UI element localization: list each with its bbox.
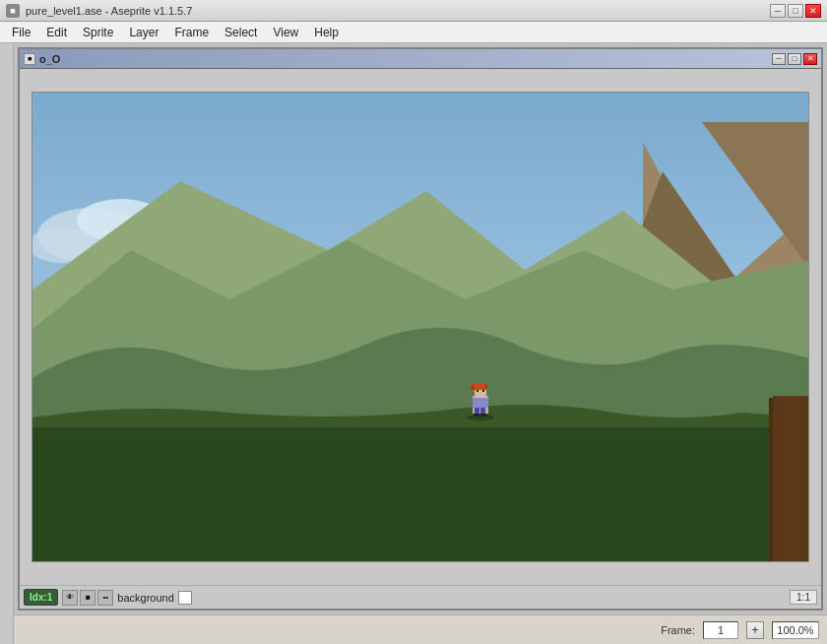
os-titlebar-left: ■ pure_level1.ase - Aseprite v1.1.5.7 <box>6 4 192 18</box>
os-window-controls[interactable]: ─ □ ✕ <box>770 4 821 18</box>
inner-titlebar: ■ o_O ─ □ ✕ <box>20 49 821 69</box>
svg-rect-17 <box>477 390 478 392</box>
svg-rect-15 <box>471 385 475 390</box>
svg-rect-21 <box>480 408 485 414</box>
svg-rect-20 <box>475 408 479 414</box>
lock-icon-button[interactable]: ■ <box>80 590 95 606</box>
inner-window-icon: ■ <box>24 53 35 65</box>
inner-window: ■ o_O ─ □ ✕ <box>18 47 823 611</box>
app-icon: ■ <box>6 4 20 18</box>
menubar: File Edit Sprite Layer Frame Select View… <box>0 22 827 43</box>
svg-rect-9 <box>32 418 809 562</box>
inner-minimize-button[interactable]: ─ <box>772 53 786 65</box>
app-title: pure_level1.ase - Aseprite v1.1.5.7 <box>26 5 192 17</box>
idx-badge: Idx:1 <box>24 589 58 606</box>
svg-rect-16 <box>484 384 487 388</box>
inner-titlebar-left: ■ o_O <box>24 53 60 65</box>
svg-rect-19 <box>473 398 488 408</box>
layer-statusbar: Idx:1 👁 ■ •• background 1:1 <box>20 585 821 609</box>
os-titlebar: ■ pure_level1.ase - Aseprite v1.1.5.7 ─ … <box>0 0 827 22</box>
eye-icon-button[interactable]: 👁 <box>62 590 78 606</box>
menu-frame[interactable]: Frame <box>166 24 217 41</box>
layer-thumbnail <box>178 591 192 605</box>
inner-window-title: o_O <box>39 53 60 65</box>
os-minimize-button[interactable]: ─ <box>770 4 786 18</box>
menu-select[interactable]: Select <box>217 24 265 41</box>
svg-rect-18 <box>482 390 484 392</box>
menu-view[interactable]: View <box>265 24 306 41</box>
inner-close-button[interactable]: ✕ <box>803 53 817 65</box>
menu-edit[interactable]: Edit <box>38 24 75 41</box>
zoom-display: 100.0% <box>772 621 819 639</box>
frame-plus-button[interactable]: + <box>746 621 764 639</box>
left-toolbar <box>0 43 14 644</box>
sprite-canvas <box>32 92 809 562</box>
inner-window-controls[interactable]: ─ □ ✕ <box>772 53 817 65</box>
svg-rect-14 <box>473 383 486 390</box>
center-content: ■ o_O ─ □ ✕ <box>14 43 827 644</box>
frame-label: Frame: <box>661 624 695 636</box>
svg-point-24 <box>467 415 494 420</box>
zoom-corner-indicator: 1:1 <box>790 590 817 605</box>
layer-name: background <box>117 592 174 604</box>
os-maximize-button[interactable]: □ <box>788 4 803 18</box>
menu-help[interactable]: Help <box>306 24 347 41</box>
inner-maximize-button[interactable]: □ <box>788 53 801 65</box>
frame-input[interactable] <box>703 621 738 639</box>
os-close-button[interactable]: ✕ <box>805 4 821 18</box>
menu-layer[interactable]: Layer <box>121 24 166 41</box>
link-icon-button[interactable]: •• <box>97 590 113 606</box>
canvas-area[interactable] <box>20 69 821 585</box>
app-statusbar: Frame: + 100.0% <box>14 614 827 644</box>
menu-sprite[interactable]: Sprite <box>75 24 121 41</box>
scene-svg <box>32 93 809 562</box>
main-area: ■ o_O ─ □ ✕ <box>0 43 827 644</box>
svg-rect-11 <box>773 396 809 562</box>
layer-icons[interactable]: 👁 ■ •• <box>62 590 113 606</box>
menu-file[interactable]: File <box>4 24 38 41</box>
